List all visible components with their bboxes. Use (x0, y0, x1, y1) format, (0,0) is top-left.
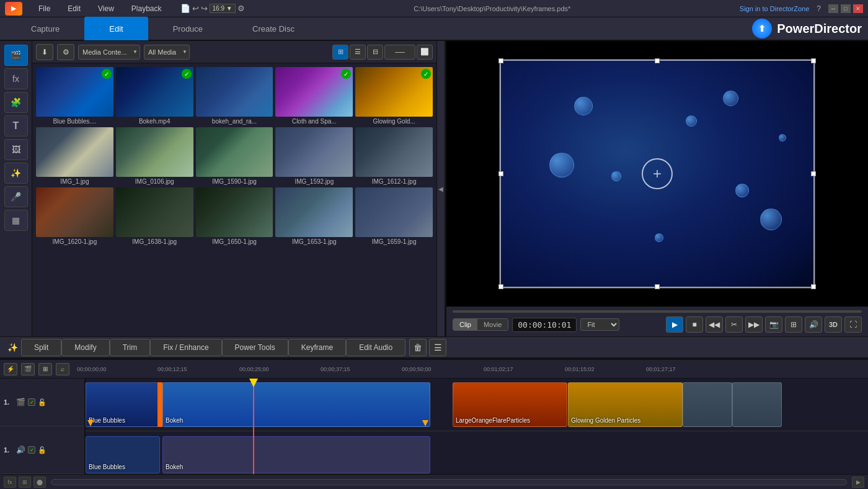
timeline-tracks[interactable]: Blue Bubbles Bokeh LargeOrangeFlareParti… (86, 379, 868, 474)
prev-frame-button[interactable]: ◀◀ (706, 316, 723, 333)
media-item-7[interactable]: IMG_1590-1.jpg (196, 127, 273, 185)
media-item-2[interactable]: bokeh_and_ra... (196, 67, 273, 125)
power-tools-button[interactable]: Power Tools (222, 339, 288, 356)
trim-button[interactable]: Trim (110, 339, 151, 356)
timeline-view-icon[interactable]: 🎬 (21, 363, 35, 375)
split-button[interactable]: Split (21, 339, 61, 356)
clip-bokeh[interactable]: Bokeh (162, 382, 430, 427)
pip-room-button[interactable]: 🖼 (4, 139, 28, 160)
close-button[interactable]: ✕ (853, 4, 863, 13)
edit-audio-button[interactable]: Edit Audio (346, 339, 405, 356)
crop-handle-mr[interactable] (811, 171, 816, 176)
audio-track-1-visible-checkbox[interactable]: ✓ (28, 446, 35, 454)
audio-room-button[interactable]: 🎤 (4, 186, 28, 207)
media-item-9[interactable]: IMG_1612-1.jpg (355, 127, 433, 185)
timeline-zoom-out-button[interactable]: fx (4, 477, 16, 488)
clip-penguins-1[interactable] (683, 382, 732, 427)
media-item-14[interactable]: IMG_1659-1.jpg (355, 187, 433, 245)
redo-icon[interactable]: ↪ (201, 4, 208, 13)
snapshot-button[interactable]: 📷 (765, 316, 782, 333)
crop-handle-tr[interactable] (811, 58, 816, 63)
clip-orange-flare[interactable]: LargeOrangeFlareParticles (453, 382, 567, 427)
tab-capture[interactable]: Capture (6, 17, 84, 40)
timeline-add-track-button[interactable]: ⊞ (19, 477, 31, 488)
volume-button[interactable]: 🔊 (805, 316, 822, 333)
list-view-toggle-button[interactable]: ☰ (429, 339, 446, 356)
particle-room-button[interactable]: ✨ (4, 163, 28, 184)
effects-room-button[interactable]: fx (4, 68, 28, 89)
timeline-snap-icon[interactable]: ⊞ (38, 363, 52, 375)
sign-in-link[interactable]: Sign in to DirectorZone (740, 5, 810, 12)
media-item-3[interactable]: ✓ Cloth and Spa... (275, 67, 353, 125)
media-item-11[interactable]: IMG_1638-1.jpg (116, 187, 193, 245)
media-item-12[interactable]: IMG_1650-1.jpg (196, 187, 273, 245)
full-view-button[interactable]: ⬜ (417, 45, 433, 60)
frame-clip-button[interactable]: ✂ (725, 316, 743, 333)
magic-tool-button[interactable]: ✨ (4, 338, 21, 357)
minimize-button[interactable]: ─ (828, 4, 838, 13)
next-frame-button[interactable]: ▶▶ (745, 316, 763, 333)
filter-dropdown[interactable]: All Media (144, 45, 190, 60)
aspect-ratio-dropdown[interactable]: 16:9 ▼ (210, 4, 236, 13)
fullscreen-button[interactable]: ⛶ (844, 316, 862, 333)
transitions-room-button[interactable]: 🧩 (4, 92, 28, 113)
play-button[interactable]: ▶ (666, 316, 683, 333)
media-item-10[interactable]: IMG_1620-1.jpg (36, 187, 113, 245)
preview-progress-bar[interactable] (453, 310, 862, 313)
audio-clip-bokeh[interactable]: Bokeh (162, 436, 430, 473)
slider-view-button[interactable]: ⊟ (367, 45, 383, 60)
menu-view[interactable]: View (94, 3, 118, 14)
media-item-4[interactable]: ✓ Glowing Gold... (355, 67, 433, 125)
modify-button[interactable]: Modify (61, 339, 109, 356)
3d-button[interactable]: 3D (825, 316, 842, 333)
crop-handle-bm[interactable] (655, 284, 660, 289)
crop-handle-br[interactable] (811, 284, 816, 289)
help-icon[interactable]: ? (817, 4, 821, 13)
crop-center-handle[interactable]: + (642, 158, 673, 189)
audio-clip-blue-bubbles[interactable]: Blue Bubbles (86, 436, 160, 473)
grid-view-button[interactable]: ⊞ (332, 45, 348, 60)
media-item-0[interactable]: ✓ Blue Bubbles.... (36, 67, 113, 125)
tab-edit[interactable]: Edit (84, 17, 148, 40)
timeline-zoom-icon[interactable]: ⌕ (56, 363, 69, 375)
keyframe-button[interactable]: Keyframe (288, 339, 346, 356)
size-slider[interactable]: ── (384, 45, 415, 60)
list-view-button[interactable]: ☰ (350, 45, 366, 60)
collapse-panel-button[interactable]: ◀ (436, 41, 445, 336)
menu-playback[interactable]: Playback (128, 3, 166, 14)
clip-bokeh-right-marker[interactable] (422, 420, 428, 426)
media-options-button[interactable]: ⚙ (57, 44, 74, 60)
settings-icon[interactable]: ⚙ (237, 4, 245, 13)
title-room-button[interactable]: T (4, 115, 28, 137)
media-item-13[interactable]: IMG_1653-1.jpg (275, 187, 353, 245)
timeline-marker-button[interactable]: ⬤ (33, 477, 46, 488)
timeline-scrollbar-track[interactable] (51, 479, 847, 485)
crop-handle-tl[interactable] (498, 58, 503, 63)
transition-1[interactable] (157, 382, 162, 427)
clip-button[interactable]: Clip (453, 319, 477, 330)
media-item-5[interactable]: IMG_1.jpg (36, 127, 113, 185)
menu-edit[interactable]: Edit (64, 3, 84, 14)
restore-button[interactable]: □ (841, 4, 851, 13)
tab-create-disc[interactable]: Create Disc (228, 17, 319, 40)
crop-handle-bl[interactable] (498, 284, 503, 289)
timeline-settings-icon[interactable]: ⚡ (4, 363, 17, 375)
new-project-icon[interactable]: 📄 (180, 4, 190, 13)
delete-button[interactable]: 🗑 (409, 339, 427, 356)
slideshow-room-button[interactable]: ▦ (4, 210, 28, 231)
crop-handle-tm[interactable] (655, 58, 660, 63)
tab-produce[interactable]: Produce (148, 17, 228, 40)
movie-button[interactable]: Movie (477, 319, 508, 330)
media-item-6[interactable]: IMG_0106.jpg (116, 127, 193, 185)
track-1-lock-icon[interactable]: 🔓 (38, 398, 46, 406)
undo-icon[interactable]: ↩ (192, 4, 199, 13)
content-type-dropdown[interactable]: Media Conte... (78, 45, 140, 60)
track-1-visible-checkbox[interactable]: ✓ (28, 398, 35, 406)
media-item-1[interactable]: ✓ Bokeh.mp4 (116, 67, 193, 125)
fix-enhance-button[interactable]: Fix / Enhance (150, 339, 221, 356)
timeline-scroll-right-button[interactable]: ▶ (852, 477, 864, 488)
menu-file[interactable]: File (35, 3, 54, 14)
import-media-button[interactable]: ⬇ (36, 44, 53, 60)
audio-track-1-lock-icon[interactable]: 🔓 (38, 446, 46, 454)
media-room-button[interactable]: 🎬 (4, 45, 28, 66)
